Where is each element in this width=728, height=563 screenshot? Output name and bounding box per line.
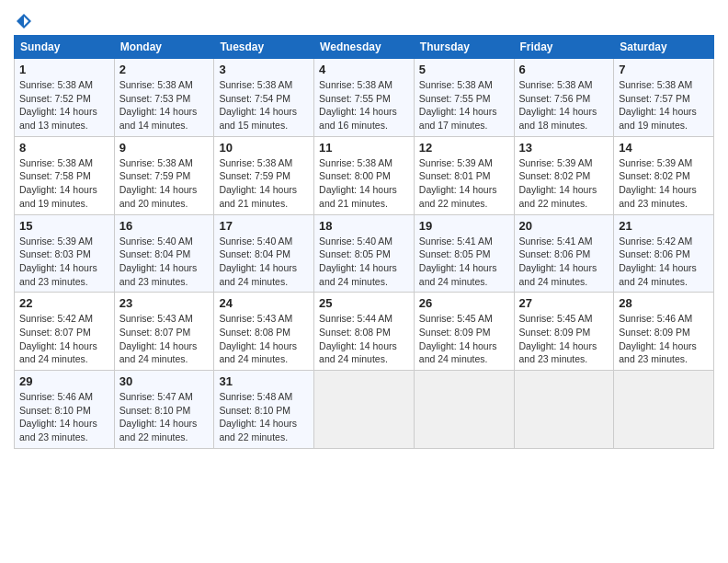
calendar-cell: 10Sunrise: 5:38 AMSunset: 7:59 PMDayligh… bbox=[214, 136, 314, 214]
day-number: 25 bbox=[319, 296, 409, 310]
day-info: Sunrise: 5:43 AMSunset: 8:08 PMDaylight:… bbox=[219, 312, 309, 366]
calendar-cell: 25Sunrise: 5:44 AMSunset: 8:08 PMDayligh… bbox=[314, 293, 415, 371]
day-number: 20 bbox=[519, 219, 609, 233]
day-number: 4 bbox=[319, 63, 409, 76]
day-number: 17 bbox=[219, 219, 309, 233]
calendar-cell: 6Sunrise: 5:38 AMSunset: 7:56 PMDaylight… bbox=[514, 59, 614, 137]
day-info: Sunrise: 5:46 AMSunset: 8:10 PMDaylight:… bbox=[19, 390, 109, 444]
calendar-cell: 8Sunrise: 5:38 AMSunset: 7:58 PMDaylight… bbox=[15, 136, 115, 214]
day-header-thursday: Thursday bbox=[414, 36, 514, 59]
day-info: Sunrise: 5:39 AMSunset: 8:02 PMDaylight:… bbox=[519, 156, 609, 211]
calendar-header-row: SundayMondayTuesdayWednesdayThursdayFrid… bbox=[15, 36, 714, 59]
day-number: 24 bbox=[219, 296, 309, 310]
day-info: Sunrise: 5:46 AMSunset: 8:09 PMDaylight:… bbox=[619, 312, 709, 366]
calendar-cell: 11Sunrise: 5:38 AMSunset: 8:00 PMDayligh… bbox=[314, 136, 415, 214]
day-header-saturday: Saturday bbox=[614, 36, 714, 59]
day-number: 31 bbox=[219, 374, 309, 388]
day-info: Sunrise: 5:38 AMSunset: 7:59 PMDaylight:… bbox=[119, 156, 210, 211]
day-number: 19 bbox=[419, 219, 509, 233]
calendar-cell: 17Sunrise: 5:40 AMSunset: 8:04 PMDayligh… bbox=[214, 214, 314, 293]
day-number: 12 bbox=[419, 141, 509, 155]
calendar-cell: 9Sunrise: 5:38 AMSunset: 7:59 PMDaylight… bbox=[114, 136, 214, 214]
day-info: Sunrise: 5:43 AMSunset: 8:07 PMDaylight:… bbox=[119, 312, 210, 366]
calendar-cell: 7Sunrise: 5:38 AMSunset: 7:57 PMDaylight… bbox=[614, 59, 714, 137]
calendar-week-row: 8Sunrise: 5:38 AMSunset: 7:58 PMDaylight… bbox=[15, 136, 714, 214]
calendar-cell: 28Sunrise: 5:46 AMSunset: 8:09 PMDayligh… bbox=[614, 293, 714, 371]
calendar-cell: 18Sunrise: 5:40 AMSunset: 8:05 PMDayligh… bbox=[314, 214, 415, 293]
calendar-cell: 31Sunrise: 5:48 AMSunset: 8:10 PMDayligh… bbox=[214, 371, 314, 449]
calendar-table: SundayMondayTuesdayWednesdayThursdayFrid… bbox=[14, 35, 714, 449]
day-header-friday: Friday bbox=[514, 36, 614, 59]
day-number: 1 bbox=[19, 63, 109, 76]
day-info: Sunrise: 5:40 AMSunset: 8:05 PMDaylight:… bbox=[319, 235, 409, 289]
calendar-cell: 14Sunrise: 5:39 AMSunset: 8:02 PMDayligh… bbox=[614, 136, 714, 214]
logo bbox=[14, 13, 32, 28]
day-info: Sunrise: 5:48 AMSunset: 8:10 PMDaylight:… bbox=[219, 390, 309, 444]
calendar-cell: 15Sunrise: 5:39 AMSunset: 8:03 PMDayligh… bbox=[15, 214, 115, 293]
day-header-monday: Monday bbox=[114, 36, 214, 59]
day-number: 14 bbox=[619, 141, 709, 155]
day-number: 6 bbox=[519, 63, 609, 76]
day-info: Sunrise: 5:38 AMSunset: 7:54 PMDaylight:… bbox=[219, 78, 309, 132]
calendar-cell: 22Sunrise: 5:42 AMSunset: 8:07 PMDayligh… bbox=[15, 293, 115, 371]
calendar-cell: 16Sunrise: 5:40 AMSunset: 8:04 PMDayligh… bbox=[114, 214, 214, 293]
day-info: Sunrise: 5:38 AMSunset: 7:55 PMDaylight:… bbox=[419, 78, 509, 132]
day-header-tuesday: Tuesday bbox=[214, 36, 314, 59]
day-header-sunday: Sunday bbox=[15, 36, 115, 59]
calendar-cell: 29Sunrise: 5:46 AMSunset: 8:10 PMDayligh… bbox=[15, 371, 115, 449]
day-info: Sunrise: 5:39 AMSunset: 8:03 PMDaylight:… bbox=[19, 235, 109, 289]
calendar-cell: 19Sunrise: 5:41 AMSunset: 8:05 PMDayligh… bbox=[414, 214, 514, 293]
calendar-cell bbox=[414, 371, 514, 449]
calendar-cell: 27Sunrise: 5:45 AMSunset: 8:09 PMDayligh… bbox=[514, 293, 614, 371]
day-info: Sunrise: 5:38 AMSunset: 7:57 PMDaylight:… bbox=[619, 78, 709, 132]
day-info: Sunrise: 5:38 AMSunset: 7:52 PMDaylight:… bbox=[19, 78, 109, 132]
day-info: Sunrise: 5:38 AMSunset: 7:55 PMDaylight:… bbox=[319, 78, 409, 132]
day-info: Sunrise: 5:41 AMSunset: 8:05 PMDaylight:… bbox=[419, 235, 509, 289]
day-info: Sunrise: 5:40 AMSunset: 8:04 PMDaylight:… bbox=[219, 235, 309, 289]
day-number: 23 bbox=[119, 296, 210, 310]
calendar-cell: 26Sunrise: 5:45 AMSunset: 8:09 PMDayligh… bbox=[414, 293, 514, 371]
day-info: Sunrise: 5:45 AMSunset: 8:09 PMDaylight:… bbox=[419, 312, 509, 366]
calendar-cell: 24Sunrise: 5:43 AMSunset: 8:08 PMDayligh… bbox=[214, 293, 314, 371]
day-info: Sunrise: 5:38 AMSunset: 8:00 PMDaylight:… bbox=[319, 156, 409, 211]
page-header bbox=[14, 9, 714, 28]
day-number: 28 bbox=[619, 296, 709, 310]
day-info: Sunrise: 5:41 AMSunset: 8:06 PMDaylight:… bbox=[519, 235, 609, 289]
day-number: 10 bbox=[219, 141, 309, 155]
calendar-cell: 1Sunrise: 5:38 AMSunset: 7:52 PMDaylight… bbox=[15, 59, 115, 137]
day-number: 2 bbox=[119, 63, 210, 76]
calendar-week-row: 22Sunrise: 5:42 AMSunset: 8:07 PMDayligh… bbox=[15, 293, 714, 371]
calendar-week-row: 1Sunrise: 5:38 AMSunset: 7:52 PMDaylight… bbox=[15, 59, 714, 137]
day-header-wednesday: Wednesday bbox=[314, 36, 415, 59]
day-info: Sunrise: 5:47 AMSunset: 8:10 PMDaylight:… bbox=[119, 390, 210, 444]
calendar-cell bbox=[314, 371, 415, 449]
day-info: Sunrise: 5:38 AMSunset: 7:53 PMDaylight:… bbox=[119, 78, 210, 132]
day-number: 8 bbox=[19, 141, 109, 155]
calendar-week-row: 15Sunrise: 5:39 AMSunset: 8:03 PMDayligh… bbox=[15, 214, 714, 293]
calendar-cell: 21Sunrise: 5:42 AMSunset: 8:06 PMDayligh… bbox=[614, 214, 714, 293]
calendar-cell: 20Sunrise: 5:41 AMSunset: 8:06 PMDayligh… bbox=[514, 214, 614, 293]
day-info: Sunrise: 5:38 AMSunset: 7:59 PMDaylight:… bbox=[219, 156, 309, 211]
day-number: 29 bbox=[19, 374, 109, 388]
day-number: 9 bbox=[119, 141, 210, 155]
logo-icon bbox=[16, 13, 32, 29]
calendar-cell bbox=[614, 371, 714, 449]
day-number: 7 bbox=[619, 63, 709, 76]
calendar-cell bbox=[514, 371, 614, 449]
day-number: 5 bbox=[419, 63, 509, 76]
calendar-cell: 13Sunrise: 5:39 AMSunset: 8:02 PMDayligh… bbox=[514, 136, 614, 214]
day-info: Sunrise: 5:39 AMSunset: 8:02 PMDaylight:… bbox=[619, 156, 709, 211]
day-number: 11 bbox=[319, 141, 409, 155]
calendar-cell: 12Sunrise: 5:39 AMSunset: 8:01 PMDayligh… bbox=[414, 136, 514, 214]
calendar-cell: 3Sunrise: 5:38 AMSunset: 7:54 PMDaylight… bbox=[214, 59, 314, 137]
calendar-cell: 5Sunrise: 5:38 AMSunset: 7:55 PMDaylight… bbox=[414, 59, 514, 137]
day-info: Sunrise: 5:40 AMSunset: 8:04 PMDaylight:… bbox=[119, 235, 210, 289]
day-number: 15 bbox=[19, 219, 109, 233]
day-info: Sunrise: 5:42 AMSunset: 8:06 PMDaylight:… bbox=[619, 235, 709, 289]
day-number: 22 bbox=[19, 296, 109, 310]
day-info: Sunrise: 5:45 AMSunset: 8:09 PMDaylight:… bbox=[519, 312, 609, 366]
calendar-cell: 30Sunrise: 5:47 AMSunset: 8:10 PMDayligh… bbox=[114, 371, 214, 449]
calendar-week-row: 29Sunrise: 5:46 AMSunset: 8:10 PMDayligh… bbox=[15, 371, 714, 449]
day-info: Sunrise: 5:38 AMSunset: 7:58 PMDaylight:… bbox=[19, 156, 109, 211]
calendar-cell: 23Sunrise: 5:43 AMSunset: 8:07 PMDayligh… bbox=[114, 293, 214, 371]
